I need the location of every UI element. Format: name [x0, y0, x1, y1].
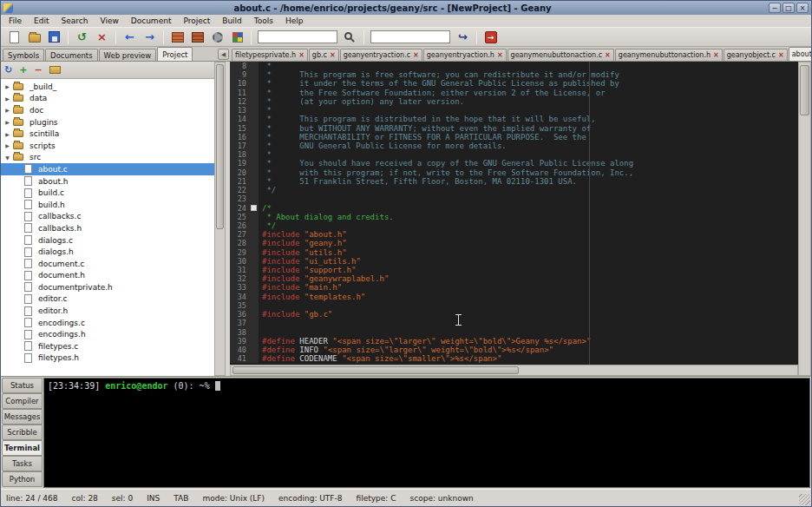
forward-button[interactable]: →	[141, 29, 159, 45]
revert-button[interactable]: ↺	[73, 29, 91, 45]
message-tab-messages[interactable]: Messages	[2, 409, 43, 425]
tree-item[interactable]: editor.c	[1, 293, 214, 306]
tree-item[interactable]: about.h	[1, 175, 214, 188]
maximize-button[interactable]: □	[783, 3, 795, 13]
fold-marker-icon[interactable]	[251, 205, 257, 211]
search-input[interactable]	[258, 30, 337, 43]
menu-item-file[interactable]: File	[3, 16, 28, 26]
tree-item[interactable]: ▶scintilla	[1, 128, 214, 140]
expander-icon[interactable]: ▶	[3, 107, 11, 113]
tab-close-icon[interactable]: ×	[413, 51, 419, 59]
menu-item-project[interactable]: Project	[177, 16, 216, 26]
tree-item[interactable]: document.c	[1, 258, 214, 270]
document-tab[interactable]: filetypesprivate.h×	[232, 49, 308, 61]
message-tab-python[interactable]: Python	[2, 471, 43, 487]
expander-icon[interactable]: ▼	[3, 155, 11, 161]
document-tab[interactable]: geanyentryaction.h×	[423, 49, 507, 61]
document-tab[interactable]: gb.c×	[309, 49, 339, 61]
message-tab-compiler[interactable]: Compiler	[2, 393, 43, 409]
tree-item[interactable]: build.h	[1, 199, 214, 211]
close-window-button[interactable]: ×	[796, 3, 809, 13]
menu-item-search[interactable]: Search	[56, 16, 95, 26]
editor-vscrollbar[interactable]	[798, 62, 811, 376]
tree-item[interactable]: build.c	[1, 187, 214, 199]
tree-item[interactable]: filetypes.c	[1, 340, 214, 352]
menu-item-document[interactable]: Document	[125, 16, 178, 26]
search-button[interactable]	[341, 29, 359, 45]
tab-close-icon[interactable]: ×	[298, 51, 304, 59]
document-tab[interactable]: geanyobject.c×	[724, 49, 788, 61]
compile-button[interactable]	[168, 29, 187, 45]
tab-close-icon[interactable]: ×	[330, 51, 336, 59]
editor-hscrollbar-thumb[interactable]	[232, 366, 519, 374]
tree-item[interactable]: encodings.h	[1, 328, 214, 340]
menu-item-help[interactable]: Help	[279, 16, 310, 26]
tab-close-icon[interactable]: ×	[778, 51, 784, 59]
tree-item[interactable]: about.c	[1, 163, 214, 175]
editor-vscrollbar-thumb[interactable]	[800, 65, 809, 115]
tab-close-icon[interactable]: ×	[497, 51, 503, 59]
open-folder-icon[interactable]	[49, 66, 61, 74]
expander-icon[interactable]: ▶	[3, 83, 11, 89]
close-button[interactable]: ×	[93, 29, 111, 45]
message-tab-scribble[interactable]: Scribble	[2, 425, 43, 440]
goto-line-input[interactable]	[370, 30, 450, 43]
tree-item[interactable]: editor.h	[1, 305, 214, 317]
tree-item[interactable]: ▶_build_	[1, 81, 214, 93]
tree-item[interactable]: ▶plugins	[1, 116, 214, 128]
expander-icon[interactable]: ▶	[3, 95, 11, 102]
message-tab-terminal[interactable]: Terminal	[2, 440, 43, 456]
tree-item[interactable]: ▶doc	[1, 104, 214, 116]
sidebar-scrollbar-thumb[interactable]	[216, 64, 224, 229]
document-tab[interactable]: geanymenubuttonaction.h×	[615, 49, 723, 61]
sidebar-tab-web-preview[interactable]: Web preview	[99, 49, 157, 61]
resize-grip[interactable]	[799, 494, 810, 505]
tree-item[interactable]: filetypes.h	[1, 352, 214, 365]
tree-item[interactable]: callbacks.h	[1, 222, 214, 234]
add-file-icon[interactable]: +	[19, 64, 27, 76]
expander-icon[interactable]: ▶	[3, 119, 11, 125]
tab-scroll-left-button[interactable]: ◀	[218, 49, 229, 60]
build-button[interactable]	[188, 29, 206, 45]
tree-item[interactable]: ▶data	[1, 93, 214, 105]
tree-item[interactable]: dialogs.c	[1, 234, 214, 247]
code-editor[interactable]: 8 *9 * This program is free software; yo…	[230, 62, 798, 365]
document-tab[interactable]: about.c×	[789, 47, 811, 61]
terminal[interactable]: [23:34:39] enrico@endor (0): ~%	[43, 378, 810, 488]
save-file-button[interactable]	[45, 29, 63, 45]
document-tab[interactable]: geanyentryaction.c×	[340, 49, 422, 61]
new-file-button[interactable]	[5, 29, 23, 45]
sidebar-tab-project[interactable]: Project	[157, 47, 193, 61]
minimize-button[interactable]: −	[769, 3, 781, 13]
remove-file-icon[interactable]: −	[34, 64, 42, 76]
document-tab[interactable]: geanymenubuttonaction.c×	[508, 49, 614, 61]
tree-item[interactable]: callbacks.c	[1, 211, 214, 223]
sidebar-tab-symbols[interactable]: Symbols	[3, 49, 44, 61]
execute-button[interactable]	[208, 29, 226, 45]
message-tab-tasks[interactable]: Tasks	[2, 456, 43, 471]
quit-button[interactable]: →	[481, 29, 500, 45]
open-file-button[interactable]	[25, 29, 43, 45]
back-button[interactable]: ←	[121, 29, 139, 45]
tree-item[interactable]: ▼src	[1, 152, 214, 164]
goto-line-button[interactable]: ↪	[454, 29, 472, 45]
menu-item-build[interactable]: Build	[216, 16, 248, 26]
tree-item[interactable]: ▶scripts	[1, 140, 214, 152]
sidebar-tab-documents[interactable]: Documents	[45, 49, 97, 61]
expander-icon[interactable]: ▶	[3, 142, 11, 148]
menu-item-edit[interactable]: Edit	[28, 16, 55, 26]
menu-item-view[interactable]: View	[94, 16, 124, 26]
tree-item[interactable]: document.h	[1, 270, 214, 282]
tab-close-icon[interactable]: ×	[605, 51, 611, 59]
menu-item-tools[interactable]: Tools	[248, 16, 279, 26]
editor-hscrollbar[interactable]	[230, 365, 798, 376]
message-tab-status[interactable]: Status	[2, 378, 43, 393]
expander-icon[interactable]: ▶	[3, 131, 11, 137]
tab-close-icon[interactable]: ×	[713, 51, 719, 59]
tree-item[interactable]: documentprivate.h	[1, 281, 214, 293]
color-chooser-button[interactable]	[228, 29, 246, 45]
refresh-icon[interactable]: ↻	[4, 64, 12, 76]
tree-item[interactable]: dialogs.h	[1, 246, 214, 258]
sidebar-scrollbar[interactable]	[214, 62, 226, 376]
titlebar[interactable]: about.c - /home/enrico/projects/geany/sr…	[1, 1, 811, 15]
